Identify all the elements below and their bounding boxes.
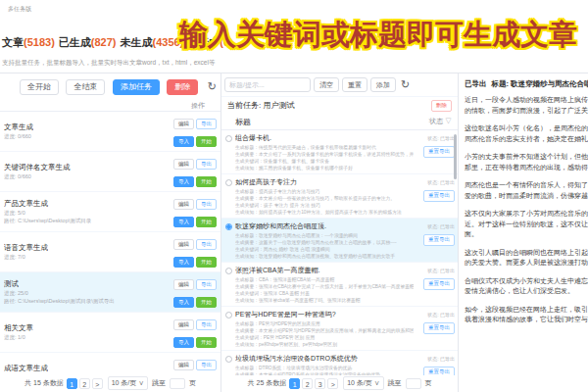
- article-title: 标题: 歌迷穿婚纱与周杰伦合唱屋顶：一个资深的粉丝: [492, 79, 588, 88]
- start-button[interactable]: 开始: [196, 297, 217, 309]
- export-button[interactable]: 导出: [196, 159, 217, 171]
- delete-task-button[interactable]: 删除: [167, 79, 198, 95]
- task-list: 文章生成 进度: 0/660 编辑导出 导入开始 关键词伴名文章生成 进度: 0…: [0, 112, 220, 372]
- radio-button[interactable]: [225, 223, 232, 230]
- radio-button[interactable]: [225, 312, 232, 318]
- reset-export-button[interactable]: 重置导出: [423, 234, 455, 246]
- edit-button[interactable]: 编辑: [173, 159, 194, 171]
- per-page-select[interactable]: 10 条/页 ∨: [343, 376, 383, 390]
- title-item[interactable]: 歌迷穿婚纱和周杰伦合唱屋顶. 生成标题：歌迷穿婚纱与周杰伦合唱屋顶：一个浪漫的瞬…: [221, 219, 458, 263]
- task-row[interactable]: 成语文章生成 进度: 0/660 编辑导出 导入开始: [0, 353, 220, 372]
- jump-page-input[interactable]: [406, 378, 421, 389]
- task-title: 语音文章生成: [4, 243, 48, 253]
- export-button[interactable]: 导出: [196, 119, 217, 130]
- import-button[interactable]: 导入: [173, 297, 194, 309]
- task-row[interactable]: 文章生成 进度: 0/660 编辑导出 导入开始: [0, 112, 220, 152]
- page-button[interactable]: 2: [302, 378, 313, 389]
- radio-button[interactable]: [225, 356, 232, 363]
- radio-button[interactable]: [225, 268, 232, 274]
- generated-meta-title: 生成标题：CBA：张照洋盖帽CBA第一高度盖帽: [235, 276, 414, 282]
- page-button[interactable]: >: [92, 378, 103, 389]
- search-input[interactable]: [224, 77, 311, 92]
- edit-button[interactable]: 编辑: [173, 119, 194, 130]
- generated-title: 垃圾填埋场污水治理设备DTRO系统优势: [235, 354, 414, 364]
- export-button[interactable]: 导出: [196, 319, 217, 331]
- per-page-select[interactable]: 10 条/页 ∨: [108, 376, 148, 390]
- radio-button[interactable]: [225, 135, 232, 142]
- export-button[interactable]: 导出: [196, 360, 217, 371]
- import-button[interactable]: 导入: [173, 257, 194, 269]
- radio-button[interactable]: [225, 179, 232, 186]
- title-item[interactable]: 垃圾填埋场污水治理设备DTRO系统优势 生成标题：DTRO系统：垃圾填埋场污水治…: [221, 351, 458, 375]
- page-button[interactable]: 2: [79, 378, 90, 389]
- add-title-button[interactable]: 添加: [370, 77, 396, 92]
- edit-button[interactable]: 编辑: [173, 199, 194, 211]
- reset-export-button[interactable]: 重置导出: [423, 190, 455, 202]
- task-row[interactable]: 产品文章生成 进度: 5/0 路径: C:\Users\wp\Desktop\测…: [0, 192, 220, 232]
- start-button[interactable]: 开始: [196, 176, 217, 188]
- article-preview-panel: 已导出标题: 歌迷穿婚纱与周杰伦合唱屋顶：一个资深的粉丝 近日，一段令人感动的视…: [459, 74, 588, 392]
- start-button[interactable]: 开始: [196, 257, 217, 269]
- jump-label: 跳至: [388, 379, 402, 386]
- title-item[interactable]: PE管与HDPE管是同一种管道吗? 生成标题：PE管与HDPE管的区别及应用 生…: [221, 307, 458, 351]
- import-button[interactable]: 导入: [173, 176, 194, 188]
- task-row[interactable]: 相关文章 进度: 1/0 编辑导出 导入开始: [0, 313, 220, 353]
- task-info: 相关文章 进度: 1/0: [4, 323, 33, 341]
- task-buttons: 编辑导出 导入开始: [166, 194, 217, 229]
- task-pagination: 共 15 条数据 12> 10 条/页 ∨ 跳至 页: [0, 376, 220, 390]
- reset-export-button[interactable]: 重置导出: [423, 322, 455, 334]
- refresh-icon[interactable]: ↻: [208, 80, 217, 93]
- title-column-label: 标题: [235, 117, 251, 127]
- reset-export-button[interactable]: 重置导出: [423, 367, 455, 374]
- title-item-body: PE管与HDPE管是同一种管道吗? 生成标题：PE管与HDPE管的区别及应用 生…: [235, 310, 414, 347]
- title-item-actions: 状态: 已导出 重置导出: [414, 221, 455, 259]
- task-row[interactable]: 关键词伴名文章生成 进度: 0/660 编辑导出 导入开始: [0, 152, 220, 192]
- generated-meta-notes: 生成须知：pe和hdpe管材区别、pe管hdpe管区别: [235, 341, 414, 347]
- page-button[interactable]: 3: [315, 378, 325, 389]
- start-button[interactable]: 开始: [196, 217, 217, 228]
- article-paragraph: 周杰伦也是一个有情怀的音乐人，得知了小芳的计划后，欣然登上屋顶与小芳合唱了他们共…: [465, 180, 588, 201]
- end-all-button[interactable]: 全结束: [66, 79, 105, 95]
- export-button[interactable]: 导出: [196, 199, 217, 211]
- import-button[interactable]: 导入: [173, 217, 194, 228]
- task-row[interactable]: 语音文章生成 进度: 7/0 编辑导出 导入开始: [0, 232, 220, 272]
- start-button[interactable]: 开始: [196, 337, 217, 349]
- page-button[interactable]: 1: [67, 378, 77, 389]
- edit-button[interactable]: 编辑: [173, 279, 194, 291]
- task-progress: 进度: 1/0: [4, 334, 33, 341]
- export-button[interactable]: 导出: [196, 239, 217, 251]
- stat-item: 未生成(4356): [120, 36, 183, 48]
- article-paragraph: 这次引人瞩目的合唱瞬间也在网络上引起了热议，有人为小芳点赞，为周杰伦的亲和力和对…: [465, 248, 588, 269]
- task-row[interactable]: 测试 进度: 25/0 路径: C:\Users\wp\Desktop\测试目录…: [0, 272, 220, 313]
- edit-button[interactable]: 编辑: [173, 319, 194, 331]
- title-item[interactable]: 组合爆卡机. 生成标题：传统型号代的完美融合，设备爆卡机带领着易爆卡新时代 生成…: [221, 130, 458, 174]
- delete-title-button[interactable]: 删除: [431, 100, 452, 112]
- status-filter[interactable]: 状态 ▽: [429, 117, 452, 127]
- generated-title: PE管与HDPE管是同一种管道吗?: [235, 310, 414, 319]
- task-buttons: 编辑导出 导入开始: [166, 274, 217, 310]
- current-task-label: 当前任务: 用户测试: [227, 100, 294, 111]
- start-button[interactable]: 开始: [196, 136, 217, 148]
- clear-button[interactable]: 清空: [314, 77, 339, 92]
- jump-page-input[interactable]: [170, 378, 185, 389]
- import-button[interactable]: 导入: [173, 337, 194, 349]
- edit-button[interactable]: 编辑: [173, 360, 194, 371]
- refresh-icon[interactable]: ↻: [401, 78, 410, 91]
- reset-export-button[interactable]: 重置导出: [423, 278, 455, 290]
- edit-button[interactable]: 编辑: [173, 239, 194, 251]
- export-button[interactable]: 导出: [196, 279, 217, 291]
- page-button[interactable]: 1: [289, 378, 300, 389]
- start-all-button[interactable]: 全开始: [20, 79, 59, 95]
- stat-value: (827): [91, 36, 117, 48]
- title-item[interactable]: 如何提高孩子专注力 生成标题：提高孩子专注力的方法与技巧 生成摘要：本文将介绍一…: [221, 174, 458, 219]
- reset-export-button[interactable]: 重置导出: [423, 146, 455, 158]
- scrollbar[interactable]: [454, 134, 457, 179]
- reset-button[interactable]: 重置: [342, 77, 368, 92]
- import-button[interactable]: 导入: [173, 136, 194, 148]
- article-paragraph: 如今，这段视频已经在网络上走红，吸引了无数人的关注和分享。与周杰伦的合唱，更是一…: [465, 305, 588, 325]
- generated-meta-notes: 生成须知：张照洋被cba第一高度盖帽了吗、张照洋比赛盖帽: [235, 297, 414, 303]
- task-info: 成语文章生成 进度: 0/660: [4, 364, 48, 372]
- page-button[interactable]: >: [327, 378, 338, 389]
- add-task-button[interactable]: 添加任务: [113, 79, 160, 95]
- title-item[interactable]: 张照洋被CBA第一高度盖帽. 生成标题：CBA：张照洋盖帽CBA第一高度盖帽 生…: [221, 263, 458, 307]
